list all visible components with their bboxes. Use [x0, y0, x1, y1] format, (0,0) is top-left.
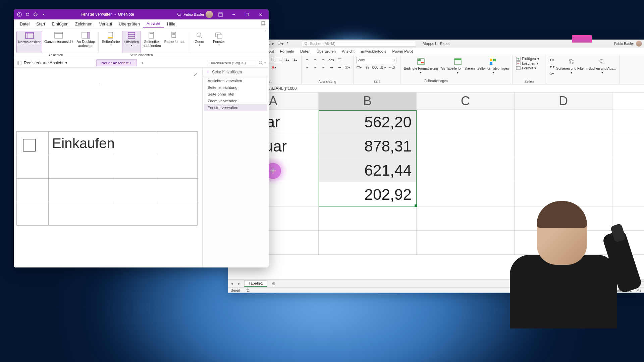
excel-search[interactable]: Suchen (Alt+M)	[302, 41, 416, 47]
menu-datei[interactable]: Datei	[16, 20, 33, 28]
ribbon-mode-icon[interactable]	[214, 9, 226, 19]
onenote-search[interactable]: ▾	[204, 60, 269, 66]
suggestion-item[interactable]: Seite ohne Titel	[204, 91, 267, 98]
font-size-select[interactable]: 11▾	[269, 57, 282, 63]
search-icon[interactable]	[175, 11, 183, 18]
menu-hilfe[interactable]: Hilfe	[164, 20, 179, 28]
qat-dropdown-icon[interactable]: ▾	[40, 11, 47, 18]
cell[interactable]: 878,31	[319, 134, 417, 158]
add-section-icon[interactable]: +	[139, 59, 146, 67]
orientation-icon[interactable]: ab▾	[328, 57, 334, 63]
align-center-icon[interactable]: ≡	[312, 64, 318, 70]
autosum-icon[interactable]: Σ▾	[549, 57, 555, 63]
format-cells-button[interactable]: Format▾	[515, 66, 543, 70]
onenote-titlebar[interactable]: ▾ Fenster verwalten - OneNote Fabio Basl…	[14, 9, 269, 19]
align-left-icon[interactable]: ≡	[304, 64, 310, 70]
maximize-icon[interactable]	[241, 9, 253, 19]
suggestion-item[interactable]: Seiteneinrichtung	[204, 84, 267, 91]
cell[interactable]	[417, 134, 515, 158]
add-page-button[interactable]: ＋ Seite hinzufügen	[203, 68, 269, 76]
thousands-icon[interactable]: 000	[372, 64, 378, 70]
section-tab[interactable]: Neuer Abschnitt 1	[96, 59, 137, 66]
cell[interactable]: 202,92	[319, 182, 417, 206]
indent-inc-icon[interactable]: ⇥	[336, 64, 342, 70]
cell[interactable]	[417, 158, 515, 182]
dec-decimal-icon[interactable]: ←.0	[388, 64, 394, 70]
collapse-ribbon-icon[interactable]: ˄	[265, 30, 267, 35]
menu-start[interactable]: Start	[33, 20, 48, 28]
expand-icon[interactable]: ⤢	[194, 72, 198, 77]
tab-ansicht[interactable]: Ansicht	[342, 49, 355, 53]
notebook-dropdown[interactable]: Registerkarte Ansicht ▾	[14, 61, 94, 65]
column-headers[interactable]: A B C D	[228, 93, 644, 110]
cell-styles-button[interactable]: Zellenformatvorlagen▾	[477, 56, 509, 76]
minimize-icon[interactable]	[228, 9, 240, 19]
page-table[interactable]: Einkaufen	[16, 131, 198, 226]
grow-font-icon[interactable]: A▴	[284, 57, 290, 63]
table-row[interactable]: Februar878,31	[228, 134, 644, 158]
font-color-icon[interactable]: A▾	[271, 64, 277, 70]
todo-checkbox[interactable]	[23, 139, 36, 152]
touch-mode-icon[interactable]	[32, 11, 39, 18]
tab-ueberpruefen[interactable]: Überprüfen	[317, 49, 336, 53]
tab-formeln[interactable]: Formeln	[280, 49, 294, 53]
tab-daten[interactable]: Daten	[300, 49, 311, 53]
onenote-page[interactable]: ⤢ Einkaufen	[14, 68, 202, 267]
fill-icon[interactable]: ▼▾	[549, 64, 555, 70]
inc-decimal-icon[interactable]: .0→	[380, 64, 386, 70]
todo-text[interactable]: Einkaufen	[49, 135, 115, 151]
col-d-header[interactable]: D	[515, 93, 612, 110]
share-icon[interactable]	[261, 21, 265, 27]
undo-icon[interactable]	[24, 11, 31, 18]
menu-einfuegen[interactable]: Einfügen	[49, 20, 72, 28]
find-select-button[interactable]: Suchen und Aus...▾	[588, 56, 616, 76]
percent-icon[interactable]: %	[364, 64, 370, 70]
number-format-select[interactable]: Zahl▾	[356, 57, 396, 63]
suggestion-item[interactable]: Zoom verwenden	[204, 98, 267, 104]
insert-cells-button[interactable]: Einfügen▾	[515, 56, 543, 61]
search-icon[interactable]	[259, 61, 263, 65]
table-format-button[interactable]: Als Tabelle formatieren▾	[440, 56, 476, 76]
shrink-font-icon[interactable]: A▾	[292, 57, 299, 63]
align-right-icon[interactable]: ≡	[320, 64, 326, 70]
excel-user[interactable]: Fabio Basler	[614, 42, 634, 46]
cell[interactable]	[319, 206, 417, 230]
tab-prev-icon[interactable]: ◂	[228, 281, 235, 286]
accessibility-icon[interactable]	[246, 288, 250, 293]
suggestion-item[interactable]: Fenster verwalten	[204, 104, 267, 111]
table-row[interactable]: Januar562,20	[228, 110, 644, 134]
qat-more-icon[interactable]: ▾	[287, 41, 288, 46]
search-input[interactable]	[207, 60, 257, 66]
cond-format-button[interactable]: Bedingte Formatierung▾	[403, 56, 439, 76]
align-top-icon[interactable]: ≡	[304, 57, 310, 63]
sort-filter-button[interactable]: AZSortieren und Filtern▾	[555, 56, 587, 76]
add-sheet-icon[interactable]: ⊕	[270, 281, 277, 286]
suggestion-item[interactable]: Ansichten verwalten	[204, 77, 267, 84]
currency-icon[interactable]: ▾	[356, 64, 362, 70]
menu-verlauf[interactable]: Verlauf	[96, 20, 115, 28]
cell[interactable]: 562,20	[319, 110, 417, 134]
cell[interactable]	[515, 134, 612, 158]
avatar[interactable]	[636, 41, 642, 47]
cell[interactable]: 621,44	[319, 158, 417, 182]
col-c-header[interactable]: C	[417, 93, 515, 110]
delete-cells-button[interactable]: Löschen▾	[515, 61, 543, 66]
menu-ansicht[interactable]: Ansicht	[143, 20, 164, 28]
cell[interactable]	[515, 158, 612, 182]
cell[interactable]	[417, 110, 515, 134]
clear-icon[interactable]: ◇▾	[549, 70, 555, 76]
redo-icon[interactable]: ▾	[277, 41, 283, 46]
align-mid-icon[interactable]: ≡	[312, 57, 318, 63]
user-name[interactable]: Fabio Basler	[183, 12, 204, 16]
sheet-tab[interactable]: Tabelle1	[244, 280, 267, 287]
wrap-text-icon[interactable]	[336, 57, 342, 63]
table-row[interactable]: März621,44	[228, 158, 644, 182]
close-icon[interactable]	[255, 9, 267, 19]
search-dd-icon[interactable]: ▾	[264, 61, 266, 65]
menu-zeichnen[interactable]: Zeichnen	[72, 20, 96, 28]
menu-ueberpruefen[interactable]: Überprüfen	[115, 20, 143, 28]
tab-entwicklertools[interactable]: Entwicklertools	[361, 49, 386, 53]
cell[interactable]	[515, 110, 612, 134]
col-b-header[interactable]: B	[319, 93, 417, 110]
formula-input[interactable]: =ZUFALLSZAHL()*1000	[251, 86, 644, 91]
